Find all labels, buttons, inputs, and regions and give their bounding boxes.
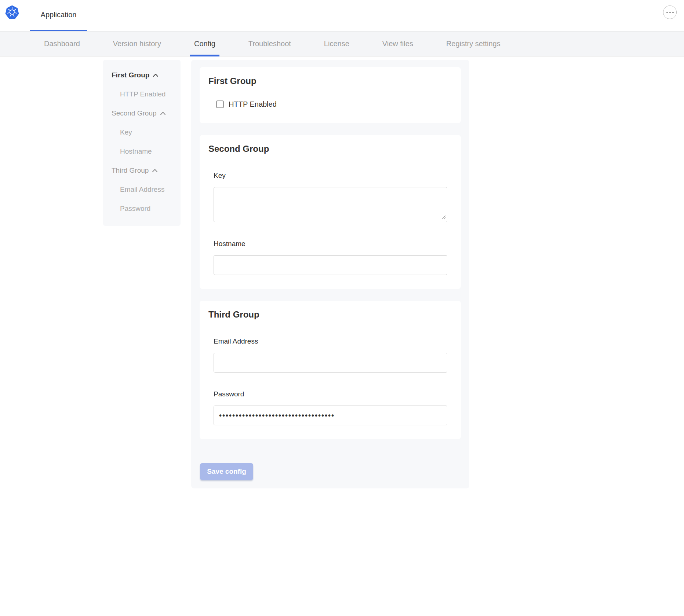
config-page: First Group HTTP Enabled Second Group Ke… <box>0 56 684 616</box>
sidebar-item-key[interactable]: Key <box>103 128 181 136</box>
tab-config[interactable]: Config <box>178 32 232 56</box>
hostname-field: Hostname <box>214 240 447 275</box>
sidebar-item-label: Third Group <box>112 166 149 175</box>
config-group-second-group: Second Group Key Hostname <box>200 135 461 289</box>
email-address-input[interactable] <box>214 353 447 373</box>
chevron-up-icon <box>153 73 159 77</box>
config-form-panel: First Group HTTP Enabled Second Group Ke… <box>191 60 469 488</box>
app-header: Application <box>0 0 684 32</box>
kubernetes-logo-icon <box>5 5 19 19</box>
group-title: First Group <box>208 76 452 86</box>
chevron-up-icon <box>152 169 158 172</box>
sidebar-item-label: Password <box>120 204 150 213</box>
sidebar-item-third-group[interactable]: Third Group <box>103 166 181 175</box>
password-label: Password <box>214 390 447 398</box>
sidebar-item-label: Email Address <box>120 185 164 194</box>
config-group-first-group: First Group HTTP Enabled <box>200 67 461 123</box>
sidebar-item-first-group[interactable]: First Group <box>103 71 181 79</box>
save-config-button[interactable]: Save config <box>200 463 253 480</box>
tab-view-files[interactable]: View files <box>366 32 430 56</box>
sidebar-item-hostname[interactable]: Hostname <box>103 147 181 155</box>
key-textarea[interactable] <box>214 187 447 222</box>
key-field: Key <box>214 172 447 222</box>
overflow-menu-button[interactable] <box>663 6 677 19</box>
tab-dashboard[interactable]: Dashboard <box>28 32 97 56</box>
nav-tabs: Dashboard Version history Config Trouble… <box>28 32 517 56</box>
sidebar-item-label: Key <box>120 128 132 136</box>
tab-registry-settings[interactable]: Registry settings <box>430 32 517 56</box>
email-address-field: Email Address <box>214 337 447 373</box>
group-title: Third Group <box>208 309 452 320</box>
key-label: Key <box>214 172 447 180</box>
chevron-up-icon <box>160 111 166 115</box>
email-address-label: Email Address <box>214 337 447 345</box>
sidebar-item-label: Hostname <box>120 147 152 155</box>
sidebar-item-second-group[interactable]: Second Group <box>103 109 181 117</box>
tab-troubleshoot[interactable]: Troubleshoot <box>232 32 308 56</box>
tab-license[interactable]: License <box>308 32 366 56</box>
sidebar-item-email-address[interactable]: Email Address <box>103 185 181 194</box>
sidebar-item-http-enabled[interactable]: HTTP Enabled <box>103 90 181 98</box>
config-outline-sidebar: First Group HTTP Enabled Second Group Ke… <box>103 60 181 226</box>
password-input[interactable] <box>214 406 447 425</box>
hostname-label: Hostname <box>214 240 447 248</box>
ellipsis-icon <box>672 12 674 13</box>
app-title-tab[interactable]: Application <box>30 0 87 31</box>
http-enabled-checkbox[interactable] <box>216 100 224 108</box>
http-enabled-label: HTTP Enabled <box>229 100 277 109</box>
config-group-third-group: Third Group Email Address Password <box>200 301 461 439</box>
ellipsis-icon <box>669 12 671 13</box>
password-field: Password <box>214 390 447 425</box>
app-navbar: Dashboard Version history Config Trouble… <box>0 32 684 56</box>
group-title: Second Group <box>208 144 452 154</box>
sidebar-item-label: First Group <box>112 71 149 79</box>
ellipsis-icon <box>666 12 668 13</box>
tab-version-history[interactable]: Version history <box>97 32 178 56</box>
http-enabled-field: HTTP Enabled <box>216 100 452 109</box>
sidebar-item-label: HTTP Enabled <box>120 90 165 98</box>
sidebar-item-label: Second Group <box>112 109 157 117</box>
hostname-input[interactable] <box>214 255 447 275</box>
sidebar-item-password[interactable]: Password <box>103 204 181 213</box>
